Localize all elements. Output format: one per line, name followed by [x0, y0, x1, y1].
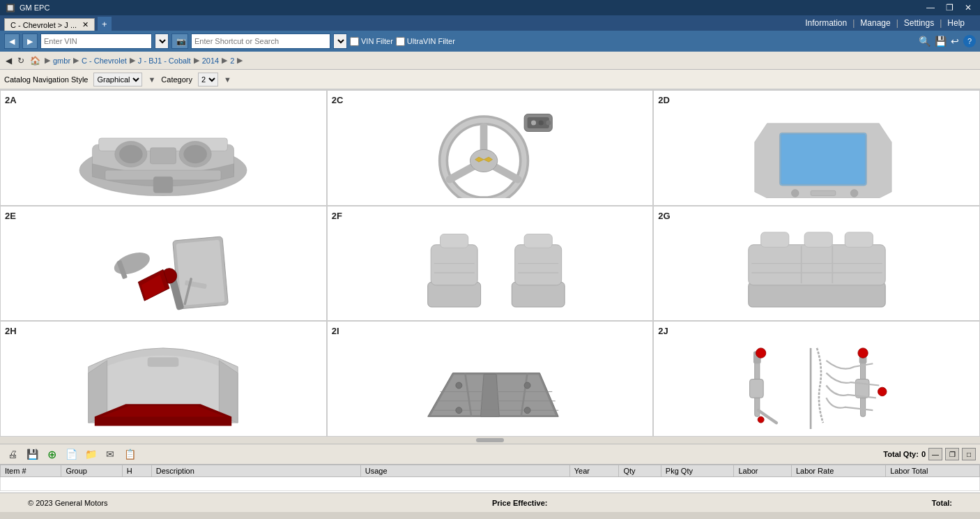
part-image-2j [726, 342, 908, 429]
ultravin-filter-label[interactable]: UltraVIN Filter [396, 37, 455, 46]
bc-sep-1: ▶ [73, 56, 79, 65]
ultravin-filter-text: UltraVIN Filter [407, 37, 455, 45]
parts-table-container: Item # Group H Description Usage Year Qt… [0, 465, 980, 492]
nav-style-label: Catalog Navigation Style [4, 75, 88, 84]
col-year: Year [569, 465, 619, 477]
part-image-2i [399, 342, 581, 429]
help-icon[interactable]: ? [963, 35, 976, 47]
menu-sep-3: | [940, 18, 942, 28]
minimize-panel-btn[interactable]: — [928, 448, 942, 460]
add-icon-btn[interactable]: ⊕ [43, 446, 60, 462]
menu-settings[interactable]: Settings [901, 18, 937, 28]
grid-cell-2c[interactable]: 2C [327, 90, 654, 206]
folder-icon-btn[interactable]: 📁 [82, 446, 99, 462]
cell-image-2i [332, 339, 649, 432]
toolbar: ◀ ▶ ▼ 📷 ▼ VIN Filter UltraVIN Filter 🔍 💾… [0, 31, 980, 52]
grid-cell-2i[interactable]: 2I [327, 321, 654, 437]
svg-point-12 [531, 120, 536, 125]
minimize-button[interactable]: — [924, 3, 937, 13]
svg-point-59 [456, 407, 462, 414]
bc-category[interactable]: 2 [230, 57, 234, 65]
bc-refresh-btn[interactable]: ↻ [16, 56, 26, 66]
col-labor-rate: Labor Rate [791, 465, 885, 477]
export-icon-btn[interactable]: 📋 [121, 446, 138, 462]
bc-chevrolet[interactable]: C - Chevrolet [82, 57, 127, 65]
vin-filter-checkbox[interactable] [350, 37, 359, 46]
print-icon-btn[interactable]: 🖨 [4, 446, 21, 462]
svg-point-13 [539, 120, 544, 125]
zoom-icon[interactable]: 🔍 [919, 36, 931, 47]
bc-cobalt[interactable]: J - BJ1 - Cobalt [138, 57, 191, 65]
nav-style-select[interactable]: Graphical List [93, 73, 142, 86]
grid-cell-2d[interactable]: 2D [653, 90, 980, 206]
save-icon[interactable]: 💾 [935, 36, 947, 47]
price-effective-label: Price Effective: [492, 499, 547, 507]
part-image-2c [399, 111, 581, 198]
parts-grid: 2A [0, 89, 980, 437]
horizontal-scrollbar[interactable] [0, 437, 980, 444]
grid-cell-2j[interactable]: 2J [653, 321, 980, 437]
close-button[interactable]: ✕ [962, 3, 974, 13]
cell-image-2f [332, 224, 649, 317]
table-header-row: Item # Group H Description Usage Year Qt… [1, 465, 980, 477]
search-input[interactable] [191, 33, 330, 49]
cell-label-2d: 2D [658, 95, 975, 105]
restore-panel-btn[interactable]: ❐ [945, 448, 959, 460]
maximize-panel-btn[interactable]: □ [962, 448, 976, 460]
col-pkg-qty: Pkg Qty [661, 465, 734, 477]
category-select[interactable]: 2 [198, 73, 218, 86]
camera-button[interactable]: 📷 [171, 33, 188, 49]
vin-dropdown[interactable]: ▼ [155, 33, 169, 49]
back-button[interactable]: ◀ [4, 33, 20, 49]
part-image-2g [726, 226, 908, 313]
menu-help[interactable]: Help [944, 18, 967, 28]
svg-rect-63 [749, 379, 763, 398]
grid-cell-2a[interactable]: 2A [0, 90, 327, 206]
svg-rect-34 [428, 283, 481, 308]
svg-rect-9 [153, 177, 173, 193]
active-tab[interactable]: C - Chevrolet > J ... ✕ [4, 18, 95, 31]
grid-cell-2e[interactable]: 2E [0, 206, 327, 322]
menu-sep-2: | [896, 18, 898, 28]
vin-input[interactable] [40, 33, 152, 49]
cell-image-2j [658, 339, 975, 432]
ultravin-filter-checkbox[interactable] [396, 37, 405, 46]
save-icon-btn[interactable]: 💾 [24, 446, 40, 462]
bc-year[interactable]: 2014 [202, 57, 219, 65]
parts-table: Item # Group H Description Usage Year Qt… [0, 465, 980, 491]
pdf-icon-btn[interactable]: 📄 [63, 446, 79, 462]
bc-sep-3: ▶ [194, 56, 199, 65]
col-group: Group [61, 465, 122, 477]
bc-back-btn[interactable]: ◀ [4, 56, 13, 66]
menu-manage[interactable]: Manage [857, 18, 893, 28]
svg-point-23 [791, 189, 799, 197]
bc-home-btn[interactable]: 🏠 [29, 56, 42, 66]
bc-gmbr[interactable]: gmbr [53, 57, 70, 65]
svg-rect-27 [176, 240, 225, 306]
svg-point-67 [756, 348, 765, 358]
col-item: Item # [1, 465, 61, 477]
col-description: Description [151, 465, 360, 477]
new-tab-button[interactable]: + [98, 17, 112, 31]
scrollbar-thumb[interactable] [476, 438, 504, 442]
restore-button[interactable]: ❐ [943, 3, 956, 13]
share-icon[interactable]: ↩ [951, 36, 959, 47]
search-dropdown[interactable]: ▼ [333, 33, 347, 49]
title-bar-controls: — ❐ ✕ [924, 3, 974, 13]
tab-label: C - Chevrolet > J ... [10, 21, 77, 29]
tab-bar: C - Chevrolet > J ... ✕ + Information | … [0, 15, 980, 31]
svg-rect-36 [441, 234, 468, 248]
svg-point-24 [850, 189, 858, 197]
grid-cell-2f[interactable]: 2F [327, 206, 654, 322]
email-icon-btn[interactable]: ✉ [102, 446, 118, 462]
menu-information[interactable]: Information [802, 18, 850, 28]
grid-cell-2h[interactable]: 2H [0, 321, 327, 437]
cell-label-2j: 2J [658, 326, 975, 336]
svg-point-58 [524, 382, 530, 389]
tab-close-icon[interactable]: ✕ [82, 20, 89, 29]
vin-filter-label[interactable]: VIN Filter [350, 37, 393, 46]
grid-cell-2g[interactable]: 2G [653, 206, 980, 322]
cell-image-2d [658, 108, 975, 201]
svg-rect-35 [431, 245, 477, 285]
forward-button[interactable]: ▶ [22, 33, 38, 49]
